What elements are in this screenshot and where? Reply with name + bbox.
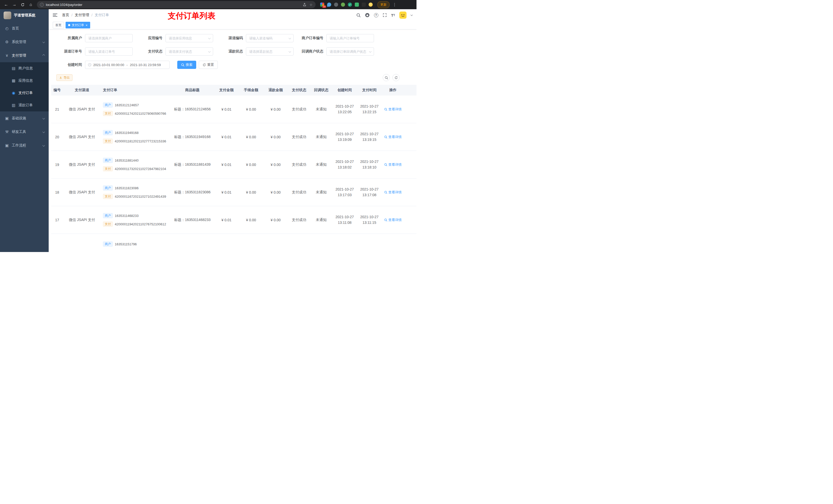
help-icon[interactable]: ? [374,13,378,18]
channel-code-select[interactable] [246,34,293,42]
search-button[interactable]: 搜索 [177,61,196,69]
cell-actions: 查看详情 [382,178,404,206]
sidebar-item-pay-order[interactable]: ◉ 支付订单 [0,87,49,99]
view-detail-link[interactable]: 查看详情 [384,107,402,112]
refresh-table-icon[interactable] [392,74,400,81]
breadcrumb-home[interactable]: 首页 [62,13,69,18]
refund-status-select[interactable] [246,47,293,55]
sidebar-item-merchant-info[interactable]: ▤ 商户信息 [0,62,49,74]
chevron-down-icon [43,117,45,120]
column-header: 支付状态 [288,85,310,96]
pay-tag: 支付 [103,139,113,144]
sidebar-item-workflow[interactable]: ▣ 工作流程 [0,139,49,152]
yen-icon: ¥ [5,53,9,57]
cell-title: 标题：1635311881439 [171,151,214,178]
app-logo[interactable]: 芋道管理系统 [0,9,49,22]
merchant-order-no: 1635311881440 [115,159,139,162]
sidebar-item-app-info[interactable]: ▦ 应用信息 [0,74,49,87]
extensions-puzzle-icon[interactable] [362,3,366,7]
bookmark-star-icon[interactable]: ☆ [309,3,312,7]
tools-icon: ⚒ [5,129,9,134]
cell-pay-status: 支付成功 [288,96,310,123]
extension-icon-3[interactable] [334,3,338,7]
browser-menu-icon[interactable]: ⋮ [393,2,397,7]
notify-status-select[interactable] [326,47,374,55]
cell-actions: 查看详情 [382,151,404,178]
sidebar-item-infrastructure[interactable]: ▣ 基础设施 [0,112,49,125]
cell-channel: 微信 JSAPI 支付 [63,96,101,123]
toggle-search-icon[interactable] [383,74,390,81]
browser-refresh-button[interactable] [19,1,26,8]
channel-order-no-input[interactable] [85,47,133,55]
sidebar-item-system[interactable]: ⚙ 系统管理 [0,35,49,49]
user-avatar[interactable] [399,11,406,19]
circle-dot-icon: ◉ [11,91,16,95]
cell-pay-time: 2021-10-27 13:17:08 [357,178,382,206]
merchant-input[interactable] [85,34,133,42]
merchant-order-no-input[interactable] [326,34,374,42]
browser-forward-button[interactable]: → [11,1,18,8]
briefcase-icon: ▣ [5,143,9,148]
view-detail-link[interactable]: 查看详情 [384,135,402,139]
profile-avatar-icon[interactable] [368,3,373,7]
extension-icon-6[interactable] [355,3,359,7]
cell-refund-amount: ¥ 0.00 [263,178,288,206]
extension-icon-4[interactable] [341,3,345,7]
site-info-icon[interactable]: i [40,3,44,7]
chrome-update-button[interactable]: 更新 [377,1,389,8]
font-size-icon[interactable]: TT [391,13,395,18]
monitor-icon: ▣ [5,116,9,121]
view-detail-link[interactable]: 查看详情 [384,218,402,222]
tags-view: 首页 支付订单 × [49,21,416,29]
app-no-select[interactable] [165,34,213,42]
share-icon[interactable] [303,3,306,6]
github-icon[interactable] [365,13,370,18]
pay-order-no: 4200001181202110277723215336 [115,139,166,143]
sidebar: 芋道管理系统 ◴ 首页 ⚙ 系统管理 ¥ 支付管理 ▤ 商户信息 ▦ 应用信息 [0,9,49,252]
table-row: 18 微信 JSAPI 支付 商户 1635311823086 支付 42000… [51,178,416,206]
tab-pay-order[interactable]: 支付订单 × [66,22,90,28]
sidebar-item-home[interactable]: ◴ 首页 [0,22,49,35]
extension-icon-2[interactable] [327,3,331,7]
cell-channel: 微信 JSAPI 支付 [63,151,101,178]
address-bar[interactable]: i localhost:1024/pay/order ☆ [37,1,315,8]
cell-id: 19 [51,151,63,178]
filter-create-time: 创建时间 2021-10-01 00:00:00 - 2021-10-31 23… [56,61,170,69]
chevron-up-icon [43,54,45,57]
export-button[interactable]: 导出 [56,74,72,81]
cell-id: 18 [51,178,63,206]
browser-home-button[interactable]: ⌂ [27,1,34,8]
merchant-tag: 商户 [103,158,113,163]
tab-home[interactable]: 首页 [53,22,64,28]
download-icon [59,76,62,79]
extension-icon-1[interactable]: 10 [320,3,324,7]
cell-title: 标题：1635311468233 [171,206,214,234]
cell-pay-time: 2021-10-27 13:11:15 [357,206,382,234]
cell-title: 标题：1635311949168 [171,123,214,150]
date-end: 2021-10-31 23:59:59 [130,63,161,67]
table-settings [383,74,400,81]
view-detail-link[interactable]: 查看详情 [384,190,402,195]
column-header: 编号 [51,85,63,96]
sidebar-item-refund-order[interactable]: ▥ 退款订单 [0,99,49,112]
date-range-picker[interactable]: 2021-10-01 00:00:00 - 2021-10-31 23:59:5… [85,61,170,69]
pay-tag: 支付 [103,194,113,199]
topbar-actions: ? TT [356,11,412,19]
sidebar-item-payment[interactable]: ¥ 支付管理 [0,49,49,62]
breadcrumb-payment[interactable]: 支付管理 [75,13,89,18]
pay-status-select[interactable] [165,47,213,55]
fullscreen-icon[interactable] [383,13,387,17]
extension-icon-5[interactable]: ✓ [348,3,352,7]
cell-id: 17 [51,206,63,234]
collapse-sidebar-icon[interactable] [53,14,57,17]
merchant-order-no: 1635311468233 [115,214,139,218]
search-icon[interactable] [356,13,361,18]
browser-back-button[interactable]: ← [3,1,10,8]
search-icon [384,218,387,221]
column-header: 商品标题 [171,85,214,96]
reset-button[interactable]: 重置 [199,61,218,69]
close-tab-icon[interactable]: × [86,24,88,27]
sidebar-item-dev-tools[interactable]: ⚒ 研发工具 [0,125,49,139]
view-detail-link[interactable]: 查看详情 [384,162,402,167]
avatar-caret-icon[interactable] [411,14,413,16]
